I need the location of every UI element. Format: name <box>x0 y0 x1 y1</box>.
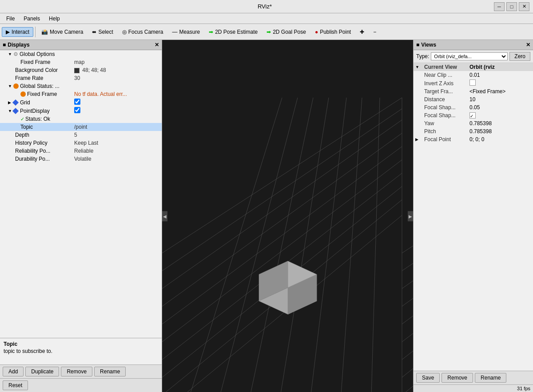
svg-line-13 <box>402 215 413 392</box>
pitch-value: 0.785398 <box>469 128 531 135</box>
rename-view-button[interactable]: Rename <box>475 373 506 383</box>
fps-value: 31 fps <box>517 386 530 391</box>
pose-estimate-button[interactable]: ➡ 2D Pose Estimate <box>205 27 262 37</box>
views-header-icon: ■ <box>416 42 419 48</box>
measure-button[interactable]: — Measure <box>168 27 204 37</box>
save-view-button[interactable]: Save <box>416 373 440 383</box>
current-view-label: Current View <box>421 64 469 70</box>
focal-shape-checkbox[interactable] <box>469 112 476 119</box>
svg-line-10 <box>402 173 413 360</box>
viewport-arrow-right[interactable]: ▶ <box>408 211 413 221</box>
views-zero-button[interactable]: Zero <box>509 52 530 61</box>
remove-display-button[interactable]: Remove <box>61 367 92 376</box>
expand-global-status[interactable]: ▼ <box>8 84 13 88</box>
views-current-view-header[interactable]: ▼ Current View Orbit (rviz <box>414 63 533 71</box>
topic-value: /point <box>74 124 161 130</box>
focal-shape-1-label: Focal Shap... <box>421 104 469 111</box>
views-header: ■ Views ✕ <box>414 40 533 50</box>
point-display-checkbox[interactable] <box>74 107 161 115</box>
displays-header: ■ Displays ✕ <box>0 40 162 50</box>
views-row-yaw[interactable]: Yaw 0.785398 <box>414 119 533 127</box>
reset-button-row: Reset <box>0 378 162 392</box>
menu-panels[interactable]: Panels <box>19 15 44 23</box>
select-icon: ⬌ <box>92 29 96 35</box>
tree-item-bg-color[interactable]: Background Color 48; 48; 48 <box>0 66 162 74</box>
views-type-select[interactable]: Orbit (rviz_defa... <box>431 52 508 60</box>
separator <box>35 27 36 37</box>
views-row-invert-z[interactable]: Invert Z Axis <box>414 79 533 87</box>
close-button[interactable]: ✕ <box>519 2 529 11</box>
remove-view-button[interactable]: Remove <box>442 373 473 383</box>
add-toolbar-button[interactable]: ✚ <box>356 27 368 37</box>
tree-item-status-ok[interactable]: ✓ Status: Ok <box>0 115 162 123</box>
add-display-button[interactable]: Add <box>3 367 24 376</box>
reset-button[interactable]: Reset <box>3 380 28 390</box>
expand-current-view[interactable]: ▼ <box>415 65 421 69</box>
status-orange-icon <box>13 83 19 89</box>
displays-tree: ▼ ⚙ Global Options Fixed Frame map Backg… <box>0 50 162 338</box>
tree-item-grid[interactable]: ▶ Grid <box>0 98 162 107</box>
tree-item-global-options[interactable]: ▼ ⚙ Global Options <box>0 50 162 58</box>
info-box-text: topic to subscribe to. <box>4 348 158 354</box>
tree-item-fixed-frame[interactable]: Fixed Frame map <box>0 58 162 66</box>
select-button[interactable]: ⬌ Select <box>88 27 117 37</box>
views-row-focal-shape-1[interactable]: Focal Shap... 0.05 <box>414 103 533 111</box>
tree-item-history-policy[interactable]: History Policy Keep Last <box>0 139 162 147</box>
interact-icon: ▶ <box>6 29 10 35</box>
rename-display-button[interactable]: Rename <box>94 367 126 376</box>
viewport-arrow-left[interactable]: ◀ <box>162 211 167 221</box>
minimize-button[interactable]: ─ <box>494 2 505 11</box>
tree-item-point-display[interactable]: ▼ PointDisplay <box>0 107 162 115</box>
minus-toolbar-button[interactable]: − <box>369 27 380 37</box>
reliability-label: Reliability Po... <box>15 148 50 154</box>
minus-icon: − <box>373 29 376 35</box>
svg-line-15 <box>402 147 413 324</box>
grid-check[interactable] <box>74 99 80 105</box>
views-row-distance[interactable]: Distance 10 <box>414 95 533 103</box>
focus-camera-button[interactable]: ◎ Focus Camera <box>118 27 167 37</box>
tree-item-durability-policy[interactable]: Durability Po... Volatile <box>0 155 162 163</box>
views-row-focal-point[interactable]: ▶ Focal Point 0; 0; 0 <box>414 135 533 143</box>
maximize-button[interactable]: □ <box>506 2 517 11</box>
info-box-title: Topic <box>4 341 158 347</box>
grid-checkbox[interactable] <box>74 99 161 106</box>
tree-item-frame-rate[interactable]: Frame Rate 30 <box>0 74 162 82</box>
depth-label: Depth <box>15 132 29 138</box>
tree-item-fixed-frame-status[interactable]: Fixed Frame No tf data. Actual err... <box>0 90 162 98</box>
fixed-frame-status-value: No tf data. Actual err... <box>74 91 161 97</box>
expand-global-options[interactable]: ▼ <box>8 52 13 56</box>
depth-value: 5 <box>74 132 161 138</box>
views-row-focal-shape-2[interactable]: Focal Shap... <box>414 111 533 119</box>
tree-item-topic[interactable]: Topic /point <box>0 123 162 131</box>
invert-z-checkbox[interactable] <box>469 79 476 86</box>
menubar: File Panels Help <box>0 13 533 24</box>
views-bottom-buttons: Save Remove Rename <box>414 371 533 384</box>
point-display-check[interactable] <box>74 107 80 113</box>
frame-rate-value: 30 <box>74 75 161 81</box>
menu-help[interactable]: Help <box>44 15 64 23</box>
displays-panel-icon: ■ <box>3 42 6 48</box>
tree-item-depth[interactable]: Depth 5 <box>0 131 162 139</box>
views-close-icon[interactable]: ✕ <box>526 42 530 48</box>
goal-pose-button[interactable]: ➡ 2D Goal Pose <box>263 27 310 37</box>
views-panel: ■ Views ✕ Type: Orbit (rviz_defa... Zero… <box>413 40 533 392</box>
3d-viewport[interactable]: ◀ ▶ <box>162 40 413 392</box>
svg-line-24 <box>309 98 346 392</box>
fixed-frame-value: map <box>74 59 161 65</box>
publish-point-button[interactable]: ● Publish Point <box>311 27 355 37</box>
interact-button[interactable]: ▶ Interact <box>2 27 33 37</box>
views-row-near-clip[interactable]: Near Clip ... 0.01 <box>414 71 533 79</box>
views-row-target-frame[interactable]: Target Fra... <Fixed Frame> <box>414 87 533 95</box>
tree-item-reliability-policy[interactable]: Reliability Po... Reliable <box>0 147 162 155</box>
move-camera-button[interactable]: 📸 Move Camera <box>37 27 87 37</box>
svg-line-22 <box>247 98 313 392</box>
views-row-pitch[interactable]: Pitch 0.785398 <box>414 127 533 135</box>
pose-estimate-icon: ➡ <box>209 29 213 35</box>
fixed-frame-label: Fixed Frame <box>20 59 50 65</box>
duplicate-button[interactable]: Duplicate <box>25 367 59 376</box>
global-status-label: Global Status: ... <box>20 83 60 89</box>
tree-item-global-status[interactable]: ▼ Global Status: ... <box>0 82 162 90</box>
displays-close-icon[interactable]: ✕ <box>155 42 159 48</box>
menu-file[interactable]: File <box>2 15 19 23</box>
expand-focal-point[interactable]: ▶ <box>415 137 421 142</box>
